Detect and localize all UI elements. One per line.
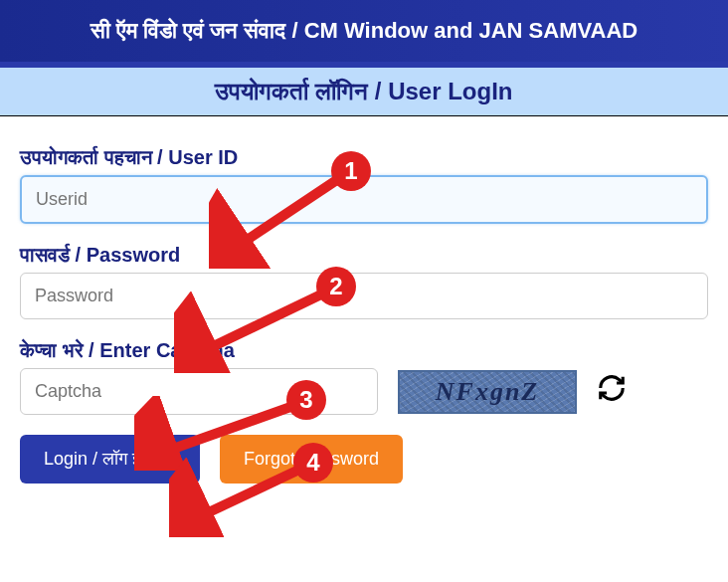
captcha-text: NFxgnZ (436, 377, 539, 407)
refresh-icon[interactable] (597, 373, 627, 410)
subheader: उपयोगकर्ता लॉगिन / User LogIn (0, 68, 728, 116)
button-row: Login / लॉग इन करें Forgot Password (20, 435, 708, 484)
header-title: सी ऍम विंडो एवं जन संवाद / CM Window and… (91, 18, 637, 43)
marker-1: 1 (331, 151, 371, 191)
marker-2: 2 (316, 267, 356, 306)
password-label: पासवर्ड / Password (20, 244, 708, 267)
header-banner: सी ऍम विंडो एवं जन संवाद / CM Window and… (0, 0, 728, 68)
subheader-title: उपयोगकर्ता लॉगिन / User LogIn (215, 78, 512, 104)
marker-3: 3 (286, 380, 326, 420)
password-input[interactable] (20, 273, 708, 319)
marker-4: 4 (293, 443, 333, 483)
captcha-image: NFxgnZ (398, 370, 577, 414)
captcha-row: NFxgnZ (20, 368, 708, 415)
captcha-label: केप्चा भरे / Enter Captcha (20, 339, 708, 362)
login-button[interactable]: Login / लॉग इन करें (20, 435, 200, 484)
